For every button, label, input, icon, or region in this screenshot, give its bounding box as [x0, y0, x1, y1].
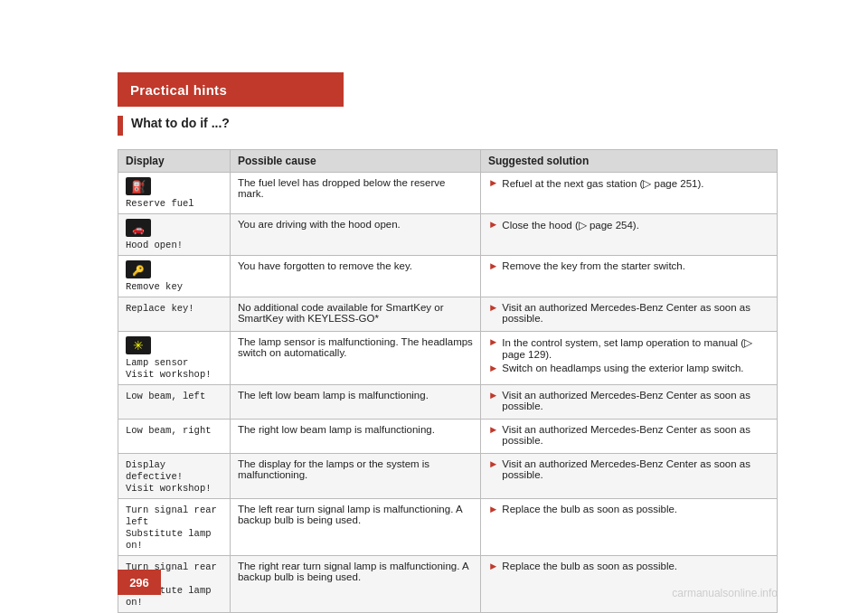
table-cell-display: 🔑Remove key — [118, 256, 231, 297]
col-header-solution: Suggested solution — [480, 150, 777, 173]
col-header-cause: Possible cause — [230, 150, 480, 173]
table-cell-display: Replace key! — [118, 297, 231, 332]
table-cell-solution: ►Refuel at the next gas station (▷ page … — [480, 173, 777, 214]
solution-item: ►Replace the bulb as soon as possible. — [488, 504, 769, 514]
solution-text: Switch on headlamps using the exterior l… — [502, 363, 743, 373]
solution-text: Visit an authorized Mercedes-Benz Center… — [502, 390, 769, 411]
svg-text:✳: ✳ — [133, 338, 144, 353]
table-header-row: Display Possible cause Suggested solutio… — [118, 150, 778, 173]
main-table-wrapper: Display Possible cause Suggested solutio… — [118, 149, 778, 559]
bullet-arrow: ► — [488, 561, 498, 571]
table-row: 🚗Hood open!You are driving with the hood… — [118, 214, 778, 256]
table-cell-solution: ►Close the hood (▷ page 254). — [480, 214, 777, 256]
table-cell-display: Turn signal rear leftSubstitute lamp on! — [118, 499, 231, 556]
table-cell-display: 🚗Hood open! — [118, 214, 231, 256]
solution-item: ►Remove the key from the starter switch. — [488, 260, 769, 271]
table-row: Low beam, rightThe right low beam lamp i… — [118, 420, 778, 454]
bullet-arrow: ► — [488, 363, 498, 373]
solution-item: ►Visit an authorized Mercedes-Benz Cente… — [488, 302, 769, 324]
table-cell-cause: You have forgotten to remove the key. — [230, 256, 480, 297]
main-table: Display Possible cause Suggested solutio… — [118, 149, 778, 613]
col-header-display: Display — [118, 150, 231, 173]
solution-item: ►Replace the bulb as soon as possible. — [488, 561, 769, 571]
page-number: 296 — [129, 576, 149, 589]
table-cell-solution: ►Visit an authorized Mercedes-Benz Cente… — [480, 420, 777, 454]
table-cell-cause: The left rear turn signal lamp is malfun… — [230, 499, 480, 556]
table-cell-display: ✳Lamp sensorVisit workshop! — [118, 332, 231, 385]
table-cell-cause: The left low beam lamp is malfunctioning… — [230, 385, 480, 420]
bullet-arrow: ► — [488, 424, 498, 435]
table-cell-solution: ►In the control system, set lamp operati… — [480, 332, 777, 385]
solution-text: Remove the key from the starter switch. — [502, 260, 685, 271]
solution-text: In the control system, set lamp operatio… — [502, 336, 769, 360]
bullet-arrow: ► — [488, 504, 498, 514]
svg-text:🔑: 🔑 — [132, 264, 145, 277]
page-title: Practical hints — [130, 82, 227, 98]
section-subtitle: What to do if ...? — [131, 116, 230, 130]
solution-text: Replace the bulb as soon as possible. — [502, 561, 677, 571]
table-cell-solution: ►Replace the bulb as soon as possible. — [480, 499, 777, 556]
solution-text: Refuel at the next gas station (▷ page 2… — [502, 177, 703, 190]
solution-text: Visit an authorized Mercedes-Benz Center… — [502, 424, 769, 446]
solution-item: ►Close the hood (▷ page 254). — [488, 219, 769, 231]
table-cell-cause: No additional code available for SmartKe… — [230, 297, 480, 332]
solution-text: Replace the bulb as soon as possible. — [502, 504, 677, 514]
solution-text: Visit an authorized Mercedes-Benz Center… — [502, 302, 769, 324]
solution-text: Close the hood (▷ page 254). — [502, 219, 639, 231]
table-row: Low beam, leftThe left low beam lamp is … — [118, 385, 778, 420]
table-row: Turn signal rear leftSubstitute lamp on!… — [118, 499, 778, 556]
table-row: 🔑Remove keyYou have forgotten to remove … — [118, 256, 778, 297]
solution-item: ►Visit an authorized Mercedes-Benz Cente… — [488, 458, 769, 480]
page-container: Practical hints What to do if ...? Displ… — [0, 0, 868, 613]
table-cell-display: ⛽Reserve fuel — [118, 173, 231, 214]
table-cell-cause: The lamp sensor is malfunctioning. The h… — [230, 332, 480, 385]
solution-item: ►Visit an authorized Mercedes-Benz Cente… — [488, 424, 769, 446]
table-cell-display: Low beam, left — [118, 385, 231, 420]
bullet-arrow: ► — [488, 177, 498, 188]
bullet-arrow: ► — [488, 390, 498, 401]
table-cell-cause: The right rear turn signal lamp is malfu… — [230, 556, 480, 613]
table-cell-cause: You are driving with the hood open. — [230, 214, 480, 256]
solution-item: ►Switch on headlamps using the exterior … — [488, 363, 769, 373]
table-cell-display: Display defective!Visit workshop! — [118, 454, 231, 499]
bullet-arrow: ► — [488, 336, 498, 347]
svg-text:⛽: ⛽ — [131, 179, 146, 194]
svg-text:🚗: 🚗 — [132, 222, 145, 235]
table-cell-cause: The display for the lamps or the system … — [230, 454, 480, 499]
bullet-arrow: ► — [488, 260, 498, 271]
bullet-arrow: ► — [488, 458, 498, 469]
bullet-arrow: ► — [488, 219, 498, 230]
watermark: carmanualsonline.info — [672, 587, 778, 599]
table-row: Replace key!No additional code available… — [118, 297, 778, 332]
solution-item: ►In the control system, set lamp operati… — [488, 336, 769, 360]
table-cell-solution: ►Visit an authorized Mercedes-Benz Cente… — [480, 454, 777, 499]
solution-item: ►Refuel at the next gas station (▷ page … — [488, 177, 769, 190]
table-row: Turn signal rear rightSubstitute lamp on… — [118, 556, 778, 613]
table-row: Display defective!Visit workshop!The dis… — [118, 454, 778, 499]
left-accent — [118, 116, 123, 136]
table-cell-display: Low beam, right — [118, 420, 231, 454]
table-cell-solution: ►Visit an authorized Mercedes-Benz Cente… — [480, 297, 777, 332]
table-cell-solution: ►Visit an authorized Mercedes-Benz Cente… — [480, 385, 777, 420]
table-row: ⛽Reserve fuelThe fuel level has dropped … — [118, 173, 778, 214]
table-cell-cause: The right low beam lamp is malfunctionin… — [230, 420, 480, 454]
solution-text: Visit an authorized Mercedes-Benz Center… — [502, 458, 769, 480]
table-cell-cause: The fuel level has dropped below the res… — [230, 173, 480, 214]
bullet-arrow: ► — [488, 302, 498, 313]
table-cell-solution: ►Remove the key from the starter switch. — [480, 256, 777, 297]
solution-item: ►Visit an authorized Mercedes-Benz Cente… — [488, 390, 769, 411]
header-bar: Practical hints — [118, 72, 344, 107]
page-number-box: 296 — [118, 570, 161, 595]
table-row: ✳Lamp sensorVisit workshop!The lamp sens… — [118, 332, 778, 385]
table-cell-solution: ►Replace the bulb as soon as possible. — [480, 556, 777, 613]
